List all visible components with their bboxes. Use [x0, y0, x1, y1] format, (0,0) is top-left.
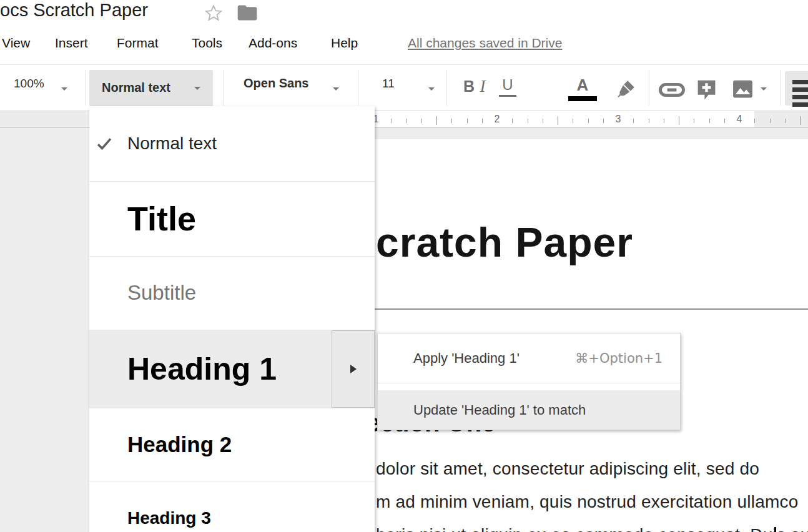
zoom-caret-icon[interactable] — [61, 87, 67, 91]
text-color-swatch — [568, 96, 597, 101]
save-status-link[interactable]: All changes saved in Drive — [408, 36, 562, 51]
insert-link-icon[interactable] — [659, 82, 685, 98]
insert-comment-icon[interactable] — [695, 77, 718, 101]
body-text-line[interactable]: m ad minim veniam, quis nostrud exercita… — [376, 492, 798, 512]
menu-addons[interactable]: Add-ons — [249, 36, 297, 51]
style-caret-icon — [194, 87, 200, 90]
ruler-tick — [633, 119, 634, 123]
ruler-tick — [694, 119, 694, 123]
ruler-tick — [754, 119, 755, 123]
ruler-number: 2 — [492, 114, 502, 125]
menu-insert[interactable]: Insert — [55, 36, 88, 51]
ruler-tick — [664, 119, 664, 123]
text-cursor — [774, 527, 776, 532]
keyboard-shortcut: ⌘+Option+1 — [575, 351, 663, 366]
ruler-tick — [770, 119, 771, 123]
ruler-tick — [785, 119, 786, 123]
align-left-button[interactable] — [785, 71, 808, 106]
underline-button[interactable]: U — [499, 76, 516, 97]
ruler-tick — [543, 119, 543, 123]
ruler-tick — [649, 119, 649, 123]
google-docs-window: ocs Scratch Paper View Insert Format Too… — [0, 0, 808, 532]
update-heading-1-item[interactable]: Update 'Heading 1' to match — [378, 390, 680, 430]
heading-1-submenu-arrow[interactable] — [332, 330, 375, 408]
ruler-tick — [467, 119, 468, 123]
paragraph-style-select[interactable]: Normal text — [89, 70, 213, 106]
ruler-tick — [573, 119, 573, 123]
font-size-select[interactable]: 11 — [382, 77, 395, 91]
ruler-tick — [482, 119, 483, 123]
paragraph-styles-menu: Normal text Title Subtitle Heading 1 Hea… — [89, 106, 375, 532]
ruler-tick — [679, 116, 679, 125]
heading-1-submenu: Apply 'Heading 1' ⌘+Option+1 Update 'Hea… — [377, 333, 681, 430]
ruler-number: 4 — [734, 114, 744, 125]
apply-heading-1-item[interactable]: Apply 'Heading 1' ⌘+Option+1 — [378, 333, 680, 383]
highlight-marker-icon[interactable] — [615, 77, 638, 100]
star-icon[interactable] — [204, 3, 224, 23]
paragraph-style-value: Normal text — [102, 81, 170, 95]
align-lines-icon — [792, 80, 808, 84]
style-item-normal-text[interactable]: Normal text — [89, 106, 375, 181]
style-item-title[interactable]: Title — [89, 181, 375, 256]
ruler-tick — [406, 119, 407, 123]
style-item-heading-2[interactable]: Heading 2 — [89, 408, 375, 481]
zoom-select[interactable]: 100% — [14, 77, 44, 91]
italic-button[interactable]: I — [475, 77, 491, 96]
ruler-tick — [391, 119, 392, 123]
insert-image-icon[interactable] — [731, 77, 754, 101]
ruler-tick — [421, 119, 422, 123]
style-item-heading-3[interactable]: Heading 3 — [89, 481, 375, 532]
menu-help[interactable]: Help — [331, 36, 358, 51]
folder-icon[interactable] — [237, 4, 257, 21]
style-item-subtitle[interactable]: Subtitle — [89, 256, 375, 330]
font-caret-icon[interactable] — [333, 87, 339, 91]
menu-tools[interactable]: Tools — [192, 36, 222, 51]
menu-view[interactable]: View — [2, 36, 30, 51]
ruler-tick — [436, 116, 437, 125]
ruler-tick — [724, 119, 725, 123]
ruler-tick — [800, 116, 801, 125]
text-color-button[interactable]: A — [568, 76, 597, 95]
ruler-tick — [603, 119, 604, 123]
document-heading-title[interactable]: cratch Paper — [376, 219, 633, 266]
image-caret-icon[interactable] — [761, 87, 767, 91]
ruler-tick — [451, 119, 452, 123]
document-title-field[interactable]: ocs Scratch Paper — [0, 0, 148, 21]
ruler-tick — [588, 119, 589, 123]
menu-format[interactable]: Format — [117, 36, 159, 51]
ruler-tick — [709, 119, 710, 123]
body-text-line[interactable]: boris nisi ut aliquip ex ea commodo cons… — [376, 525, 808, 532]
ruler-tick — [512, 119, 513, 123]
font-size-caret-icon[interactable] — [428, 87, 435, 91]
font-family-select[interactable]: Open Sans — [244, 76, 308, 91]
triangle-right-icon — [350, 365, 357, 373]
body-text-line[interactable]: dolor sit amet, consectetur adipiscing e… — [376, 459, 759, 479]
ruler-tick — [528, 119, 528, 123]
ruler-tick — [558, 116, 558, 125]
toolbar: 100% Normal text Open Sans 11 B I U A — [0, 64, 808, 111]
ruler-number: 3 — [613, 114, 623, 125]
